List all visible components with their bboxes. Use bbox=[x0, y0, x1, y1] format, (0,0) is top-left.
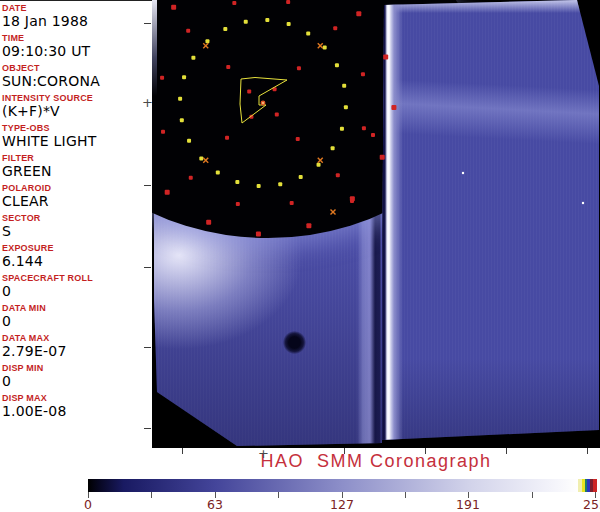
fiducial-dot bbox=[275, 113, 279, 117]
field-label: DISP MIN bbox=[2, 363, 152, 374]
field-value: WHITE LIGHT bbox=[2, 134, 152, 149]
axis-tick bbox=[587, 448, 588, 454]
fiducial-dot bbox=[299, 175, 303, 179]
metadata-row: INTENSITY SOURCE(K+F)*V bbox=[2, 93, 152, 119]
fiducial-dot bbox=[180, 118, 184, 122]
metadata-row: POLAROIDCLEAR bbox=[2, 183, 152, 209]
fiducial-dot bbox=[206, 220, 211, 225]
fiducial-dot bbox=[323, 45, 327, 49]
metadata-row: TYPE-OBSWHITE LIGHT bbox=[2, 123, 152, 149]
fiducial-dot bbox=[383, 55, 388, 60]
metadata-sidebar: DATE18 Jan 1988TIME09:10:30 UTOBJECTSUN:… bbox=[0, 0, 152, 448]
field-value: 2.79E-07 bbox=[2, 344, 152, 359]
footer-title: HAO SMM Coronagraph bbox=[152, 451, 600, 472]
fiducial-dot bbox=[333, 26, 337, 30]
fiducial-dot bbox=[278, 182, 282, 186]
fiducial-dot bbox=[226, 65, 230, 69]
fiducial-dot bbox=[306, 31, 310, 35]
field-label: DATA MIN bbox=[2, 303, 152, 314]
fiducial-dot bbox=[335, 63, 339, 67]
axis-plus-sun-y: + bbox=[142, 98, 153, 107]
field-value: 0 bbox=[2, 314, 152, 329]
fiducial-dot bbox=[182, 75, 186, 79]
axis-tick bbox=[425, 448, 426, 454]
fiducial-dot bbox=[216, 171, 220, 175]
colorbar-minor-tick bbox=[532, 492, 533, 498]
axis-tick bbox=[344, 448, 345, 454]
fiducial-dot bbox=[199, 157, 203, 161]
fiducial-overlay bbox=[152, 0, 600, 448]
fiducial-dot bbox=[236, 202, 240, 206]
axis-tick bbox=[144, 347, 151, 348]
colorbar-minor-tick bbox=[405, 492, 406, 498]
fiducial-dot bbox=[342, 84, 346, 88]
fiducial-dot bbox=[362, 126, 366, 130]
colorbar-minor-tick bbox=[278, 492, 279, 498]
fiducial-dot bbox=[340, 127, 344, 131]
metadata-row: DATA MAX2.79E-07 bbox=[2, 333, 152, 359]
metadata-row: OBJECTSUN:CORONA bbox=[2, 63, 152, 89]
fiducial-dot bbox=[257, 184, 261, 188]
fiducial-dot bbox=[205, 39, 209, 43]
fiducial-dot bbox=[391, 105, 396, 110]
metadata-row: EXPOSURE6.144 bbox=[2, 243, 152, 269]
field-value: GREEN bbox=[2, 164, 152, 179]
fiducial-dot bbox=[232, 1, 236, 5]
coronagraph-image[interactable] bbox=[152, 0, 600, 448]
fiducial-dot bbox=[336, 173, 340, 177]
axis-tick bbox=[182, 448, 183, 454]
fiducial-dot bbox=[286, 0, 290, 4]
metadata-row: DATE18 Jan 1988 bbox=[2, 3, 152, 29]
field-label: SPACECRAFT ROLL bbox=[2, 273, 152, 284]
fiducial-dot bbox=[161, 130, 165, 134]
fiducial-dot bbox=[290, 201, 294, 205]
metadata-row: DISP MIN0 bbox=[2, 363, 152, 389]
colorbar-minor-tick bbox=[151, 492, 152, 498]
fiducial-dot bbox=[380, 155, 385, 160]
axis-tick bbox=[144, 23, 151, 24]
fiducial-dot bbox=[165, 190, 170, 195]
star-speck bbox=[582, 202, 584, 204]
fiducial-dot bbox=[265, 18, 269, 22]
fiducial-dot bbox=[297, 66, 301, 70]
colorbar-tick-label: 63 bbox=[207, 497, 223, 512]
colorbar bbox=[88, 479, 597, 492]
fiducial-dot bbox=[350, 199, 354, 203]
fiducial-dot bbox=[317, 163, 321, 167]
fiducial-dot bbox=[331, 146, 335, 150]
axis-tick bbox=[144, 267, 151, 268]
metadata-row: SECTORS bbox=[2, 213, 152, 239]
field-value: 1.00E-08 bbox=[2, 404, 152, 419]
field-value: S bbox=[2, 224, 152, 239]
fiducial-dot bbox=[223, 27, 227, 31]
calibration-polygon bbox=[240, 78, 287, 124]
fiducial-dot bbox=[178, 97, 182, 101]
coronagraph-viewer-window: DATE18 Jan 1988TIME09:10:30 UTOBJECTSUN:… bbox=[0, 0, 600, 512]
field-value: (K+F)*V bbox=[2, 104, 152, 119]
colorbar-tick-label: 0 bbox=[84, 497, 92, 512]
colorbar-peak-stripes bbox=[578, 479, 597, 492]
fiducial-dot bbox=[247, 89, 251, 93]
metadata-row: DATA MIN0 bbox=[2, 303, 152, 329]
fiducial-dot bbox=[191, 56, 195, 60]
field-value: 0 bbox=[2, 374, 152, 389]
fiducial-dot bbox=[256, 231, 261, 236]
axis-tick bbox=[144, 185, 151, 186]
fiducial-dot bbox=[235, 180, 239, 184]
star-speck bbox=[462, 172, 464, 174]
field-value: 6.144 bbox=[2, 254, 152, 269]
fiducial-dot bbox=[186, 29, 190, 33]
field-label: SECTOR bbox=[2, 213, 152, 224]
fiducial-dot bbox=[356, 11, 361, 16]
field-value: 0 bbox=[2, 284, 152, 299]
metadata-row: SPACECRAFT ROLL0 bbox=[2, 273, 152, 299]
fiducial-dot bbox=[171, 5, 176, 10]
colorbar-tick-label: 127 bbox=[330, 497, 354, 512]
field-value: 18 Jan 1988 bbox=[2, 14, 152, 29]
fiducial-dot bbox=[371, 133, 375, 137]
fiducial-dot bbox=[225, 136, 229, 140]
metadata-row: DISP MAX1.00E-08 bbox=[2, 393, 152, 419]
fiducial-dot bbox=[187, 139, 191, 143]
colorbar-tick-label: 255 bbox=[583, 497, 600, 512]
field-value: 09:10:30 UT bbox=[2, 44, 152, 59]
